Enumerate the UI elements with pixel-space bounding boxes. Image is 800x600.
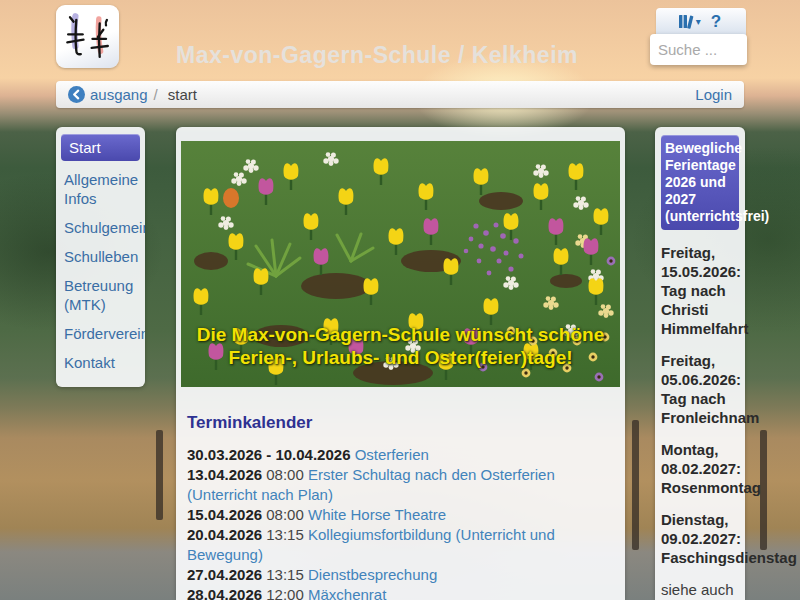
- event-time: 08:00: [266, 466, 304, 483]
- holidays-title: Bewegliche Ferientage 2026 und 2027 (unt…: [661, 135, 739, 230]
- banner-overlay-line2: Ferien-, Urlaubs- und Oster(feier)tage!: [181, 346, 620, 369]
- calendar-title: Terminkalender: [187, 413, 620, 433]
- sidebar-item-foerderverein[interactable]: Förderverein: [56, 319, 145, 348]
- event-date: 13.04.2026: [187, 466, 262, 483]
- banner-overlay-text: Die Max-von-Gagern-Schule wünscht schöne…: [181, 323, 620, 369]
- breadcrumb-separator: /: [154, 86, 158, 103]
- event-time: 13:15: [266, 566, 304, 583]
- search-input[interactable]: [658, 41, 739, 58]
- sidebar-item-kontakt[interactable]: Kontakt: [56, 348, 145, 377]
- event-date: 28.04.2026: [187, 586, 262, 600]
- calendar-entry: 30.03.2026 - 10.04.2026 Osterferien: [187, 445, 617, 465]
- school-logo[interactable]: [56, 5, 119, 68]
- library-icon: [678, 14, 694, 29]
- sidebar-item-betreuung-mtk[interactable]: Betreuung (MTK): [56, 271, 145, 319]
- sidebar-item-start[interactable]: Start: [61, 134, 140, 161]
- playground-post: [760, 430, 767, 550]
- back-link-label: ausgang: [90, 86, 148, 103]
- school-logo-glyphs: [61, 10, 115, 64]
- event-time: 13:15: [266, 526, 304, 543]
- sidebar-item-schulgemeinde[interactable]: Schulgemeinde: [56, 213, 145, 242]
- event-date: 15.04.2026: [187, 506, 262, 523]
- holiday-entry: Dienstag, 09.02.2027: Faschingsdienstag: [661, 510, 739, 567]
- calendar-entry: 27.04.2026 13:15 Dienstbesprechung: [187, 565, 617, 585]
- flowerbed-banner-image: Die Max-von-Gagern-Schule wünscht schöne…: [181, 141, 620, 387]
- calendar-entry: 28.04.2026 12:00 Mäxchenrat: [187, 585, 617, 600]
- banner-overlay-line1: Die Max-von-Gagern-Schule wünscht schöne: [181, 323, 620, 346]
- page-title: Max-von-Gagern-Schule / Kelkheim: [176, 42, 578, 69]
- calendar-entry: 13.04.2026 08:00 Erster Schultag nach de…: [187, 465, 617, 505]
- event-link[interactable]: Osterferien: [355, 446, 429, 463]
- search-box: [650, 34, 747, 65]
- page: Max-von-Gagern-Schule / Kelkheim ▾ ? aus…: [0, 0, 800, 600]
- event-date: 30.03.2026 - 10.04.2026: [187, 446, 350, 463]
- back-link[interactable]: ausgang: [68, 86, 148, 103]
- library-menu-button[interactable]: ▾: [678, 14, 701, 29]
- event-date: 27.04.2026: [187, 566, 262, 583]
- caret-down-icon: ▾: [696, 17, 701, 27]
- holidays-sidebar: Bewegliche Ferientage 2026 und 2027 (unt…: [655, 127, 745, 600]
- holidays-note: siehe auch unter „Allgemeine: [661, 580, 739, 600]
- calendar-entry: 15.04.2026 08:00 White Horse Theatre: [187, 505, 617, 525]
- calendar-list: 30.03.2026 - 10.04.2026 Osterferien 13.0…: [187, 445, 617, 600]
- event-link[interactable]: White Horse Theatre: [308, 506, 446, 523]
- back-arrow-icon: [68, 86, 85, 103]
- main-content: Die Max-von-Gagern-Schule wünscht schöne…: [176, 127, 625, 600]
- event-link[interactable]: Dienstbesprechung: [308, 566, 437, 583]
- login-link[interactable]: Login: [695, 86, 732, 103]
- breadcrumb: ausgang / start Login: [56, 81, 744, 108]
- event-link[interactable]: Mäxchenrat: [308, 586, 386, 600]
- playground-post: [156, 430, 163, 520]
- event-time: 08:00: [266, 506, 304, 523]
- event-date: 20.04.2026: [187, 526, 262, 543]
- sidebar-item-schulleben[interactable]: Schulleben: [56, 242, 145, 271]
- holiday-entry: Freitag, 05.06.2026: Tag nach Fronleichn…: [661, 351, 739, 427]
- event-time: 12:00: [266, 586, 304, 600]
- calendar-entry: 20.04.2026 13:15 Kollegiumsfortbildung (…: [187, 525, 617, 565]
- breadcrumb-current: start: [168, 86, 197, 103]
- playground-post: [632, 420, 639, 550]
- header-toolbar: ▾ ?: [656, 8, 746, 35]
- sidebar-item-allgemeine-infos[interactable]: Allgemeine Infos: [56, 165, 145, 213]
- sidebar-nav: Start Allgemeine Infos Schulgemeinde Sch…: [56, 127, 145, 387]
- help-button[interactable]: ?: [708, 12, 724, 32]
- holiday-entry: Freitag, 15.05.2026: Tag nach Christi Hi…: [661, 243, 739, 338]
- holiday-entry: Montag, 08.02.2027: Rosenmontag: [661, 440, 739, 497]
